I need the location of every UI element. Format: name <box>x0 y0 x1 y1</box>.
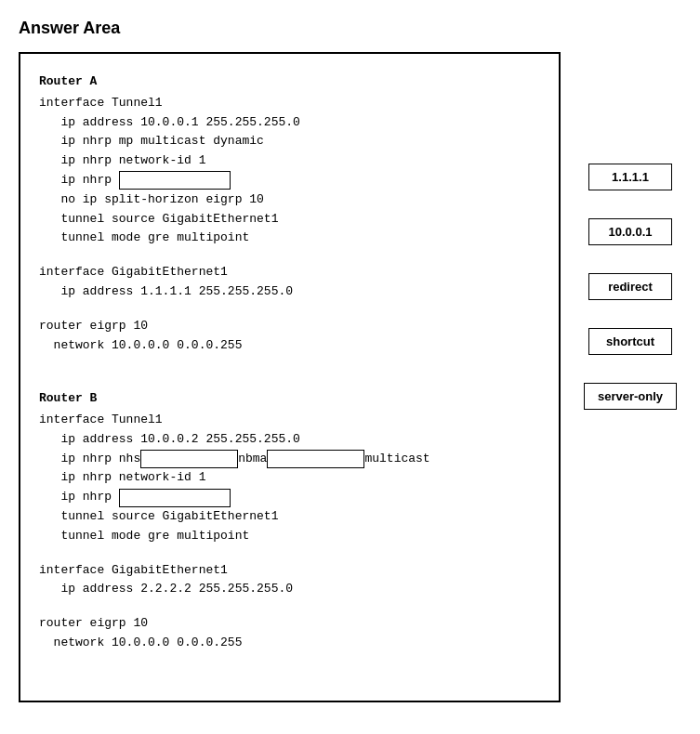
code-line: ip nhrp network-id 1 <box>39 151 540 171</box>
router-a-eigrp-block: router eigrp 10 network 10.0.0.0 0.0.0.2… <box>39 317 540 356</box>
code-line: interface GigabitEthernet1 <box>39 263 540 282</box>
main-layout: Router A interface Tunnel1 ip address 10… <box>19 52 681 702</box>
code-line: ip nhrp mp multicast dynamic <box>39 132 540 151</box>
router-b-eigrp-block: router eigrp 10 network 10.0.0.0 0.0.0.2… <box>39 614 540 653</box>
router-b-nbma-input[interactable] <box>267 450 364 468</box>
router-a-label: Router A <box>39 72 540 92</box>
router-b-gig-block: interface GigabitEthernet1 ip address 2.… <box>39 561 540 600</box>
option-10001[interactable]: 10.0.0.1 <box>588 218 672 245</box>
page-title: Answer Area <box>19 19 681 38</box>
page-container: Answer Area Router A interface Tunnel1 i… <box>19 19 681 702</box>
code-line: interface Tunnel1 <box>39 411 540 430</box>
code-line: ip address 2.2.2.2 255.255.255.0 <box>39 580 540 599</box>
code-line: tunnel mode gre multipoint <box>39 229 540 248</box>
router-a-block: Router A interface Tunnel1 ip address 10… <box>39 72 540 248</box>
option-1111[interactable]: 1.1.1.1 <box>588 164 672 190</box>
code-line: ip address 10.0.0.2 255.255.255.0 <box>39 430 540 450</box>
router-b-nhrp-input[interactable] <box>119 489 231 507</box>
code-line: network 10.0.0.0 0.0.0.255 <box>39 336 540 356</box>
code-line: router eigrp 10 <box>39 317 540 336</box>
code-line: tunnel source GigabitEthernet1 <box>39 210 540 229</box>
answer-box: Router A interface Tunnel1 ip address 10… <box>19 52 561 702</box>
router-b-block: Router B interface Tunnel1 ip address 10… <box>39 389 540 545</box>
router-a-gig-block: interface GigabitEthernet1 ip address 1.… <box>39 263 540 302</box>
option-server-only[interactable]: server-only <box>584 383 677 410</box>
code-line: ip nhrp network-id 1 <box>39 468 540 488</box>
code-line: tunnel mode gre multipoint <box>39 527 540 546</box>
router-b-label: Router B <box>39 389 540 409</box>
option-shortcut[interactable]: shortcut <box>588 328 672 355</box>
router-a-nhrp-input[interactable] <box>119 171 231 190</box>
code-line: ip address 10.0.0.1 255.255.255.0 <box>39 113 540 133</box>
code-line-nhrp-a: ip nhrp <box>39 171 540 190</box>
code-line: network 10.0.0.0 0.0.0.255 <box>39 634 540 653</box>
option-redirect[interactable]: redirect <box>588 273 672 300</box>
code-line: tunnel source GigabitEthernet1 <box>39 507 540 527</box>
code-line-nhrp-b: ip nhrp <box>39 488 540 507</box>
code-line: interface Tunnel1 <box>39 94 540 113</box>
code-line: router eigrp 10 <box>39 614 540 634</box>
code-line: interface GigabitEthernet1 <box>39 561 540 581</box>
sidebar-options: 1.1.1.1 10.0.0.1 redirect shortcut serve… <box>579 52 681 410</box>
code-line-nhs: ip nhrp nhsnbmamulticast <box>39 450 540 469</box>
code-line: no ip split-horizon eigrp 10 <box>39 190 540 210</box>
code-line: ip address 1.1.1.1 255.255.255.0 <box>39 282 540 302</box>
router-b-nhs-input[interactable] <box>140 450 238 468</box>
